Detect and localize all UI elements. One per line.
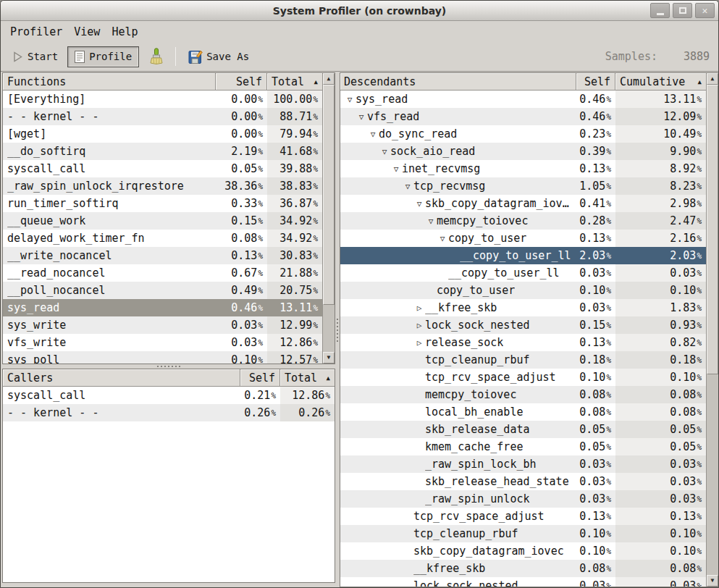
table-row[interactable]: ▽sock_aio_read0.39 %9.90 % (340, 143, 706, 160)
table-row[interactable]: skb_release_data0.05 %0.05 % (340, 421, 706, 438)
percent-sign: % (696, 303, 702, 313)
table-row[interactable]: [Everything]0.00 %100.00 % (3, 91, 322, 108)
menu-view[interactable]: View (68, 23, 106, 41)
table-row[interactable]: ▽skb_copy_datagram_iov…0.41 %2.98 % (340, 195, 706, 212)
descendants-column-header[interactable]: Descendants (340, 73, 576, 91)
scrollbar-trough[interactable] (323, 85, 335, 352)
name-cell: - - kernel - - (3, 108, 216, 125)
table-row[interactable]: syscall_call0.21 %12.86 % (3, 387, 335, 404)
callers-column-header[interactable]: Callers (3, 369, 240, 387)
value-cell: 0.03 % (216, 334, 267, 351)
table-row[interactable]: ▽inet_recvmsg0.13 %8.92 % (340, 160, 706, 177)
scroll-up-button[interactable]: ▲ (707, 73, 718, 85)
table-row[interactable]: __write_nocancel0.13 %30.83 % (3, 247, 322, 264)
table-row[interactable]: tcp_rcv_space_adjust0.13 %0.13 % (340, 508, 706, 525)
table-row[interactable]: ▷__kfree_skb0.03 %1.83 % (340, 299, 706, 316)
expander-open-icon[interactable]: ▽ (390, 165, 402, 173)
table-row[interactable]: sys_poll0.10 %12.57 % (3, 351, 322, 364)
expander-open-icon[interactable]: ▽ (356, 113, 367, 121)
table-row[interactable]: ▽do_sync_read0.23 %10.49 % (340, 125, 706, 143)
table-row[interactable]: ▽vfs_read0.46 %12.09 % (340, 108, 706, 125)
expander-collapsed-icon[interactable]: ▷ (413, 339, 425, 347)
callers-total-column-header[interactable]: Total▲ (280, 369, 335, 387)
reset-brush-button[interactable] (145, 46, 168, 67)
table-row[interactable]: sys_write0.03 %12.99 % (3, 316, 322, 334)
table-row[interactable]: skb_copy_datagram_iovec0.10 %0.10 % (340, 542, 706, 560)
close-button[interactable]: ✕ (695, 3, 715, 18)
name-cell: ▽do_sync_read (340, 125, 576, 143)
table-row[interactable]: tcp_cleanup_rbuf0.18 %0.18 % (340, 351, 706, 369)
table-row[interactable]: lock_sock_nested0.03 %0.03 % (340, 577, 706, 587)
percent-sign: % (270, 391, 276, 400)
functions-total-column-header[interactable]: Total▲ (267, 73, 322, 91)
descendants-pane: Descendants Self Cumulative▲ ▽sys_read0.… (340, 72, 719, 587)
table-row[interactable]: ▽memcpy_toiovec0.28 %2.47 % (340, 212, 706, 230)
table-row[interactable]: sys_read0.46 %13.11 % (3, 299, 322, 316)
table-row[interactable]: ▽copy_to_user0.13 %2.16 % (340, 230, 706, 247)
expander-collapsed-icon[interactable]: ▷ (413, 304, 425, 312)
scroll-down-button[interactable]: ▼ (323, 352, 335, 364)
functions-self-column-header[interactable]: Self (216, 73, 267, 91)
name-cell: __kfree_skb (340, 560, 576, 577)
start-button[interactable]: Start (7, 48, 63, 66)
table-row[interactable]: ▽tcp_recvmsg1.05 %8.23 % (340, 177, 706, 195)
scrollbar-trough[interactable] (707, 85, 718, 575)
scroll-up-button[interactable]: ▲ (323, 73, 335, 85)
table-row[interactable]: copy_to_user0.10 %0.10 % (340, 282, 706, 299)
table-row[interactable]: syscall_call0.05 %39.88 % (3, 160, 322, 177)
functions-column-header[interactable]: Functions (3, 73, 216, 91)
maximize-button[interactable] (673, 3, 692, 18)
table-row[interactable]: __poll_nocancel0.49 %20.75 % (3, 282, 322, 299)
table-row[interactable]: - - kernel - -0.26 %0.26 % (3, 404, 335, 421)
table-row[interactable]: [wget]0.00 %79.94 % (3, 125, 322, 143)
expander-collapsed-icon[interactable]: ▷ (413, 322, 425, 329)
expander-open-icon[interactable]: ▽ (367, 130, 379, 138)
descendants-cumulative-column-header[interactable]: Cumulative▲ (615, 73, 706, 91)
scrollbar-thumb[interactable] (707, 85, 718, 374)
save-as-button[interactable]: Save As (183, 46, 254, 67)
table-row[interactable]: _raw_spin_unlock0.03 %0.03 % (340, 490, 706, 508)
table-row[interactable]: __read_nocancel0.67 %21.88 % (3, 264, 322, 282)
table-row[interactable]: __copy_to_user_ll0.03 %0.03 % (340, 264, 706, 282)
table-row[interactable]: skb_release_head_state0.03 %0.03 % (340, 473, 706, 490)
descendants-self-column-header[interactable]: Self (576, 73, 615, 91)
table-row[interactable]: delayed_work_timer_fn0.08 %34.92 % (3, 230, 322, 247)
table-row[interactable]: _raw_spin_unlock_irqrestore38.36 %38.83 … (3, 177, 322, 195)
table-row[interactable]: __copy_to_user_ll2.03 %2.03 % (340, 247, 706, 264)
scroll-down-button[interactable]: ▼ (707, 575, 718, 587)
value-cell: 0.03 % (576, 264, 615, 282)
expander-open-icon[interactable]: ▽ (437, 235, 448, 243)
minimize-button[interactable] (650, 3, 670, 18)
table-row[interactable]: __kfree_skb0.08 %0.08 % (340, 560, 706, 577)
table-row[interactable]: ▽sys_read0.46 %13.11 % (340, 91, 706, 108)
table-row[interactable]: __do_softirq2.19 %41.68 % (3, 143, 322, 160)
menu-help[interactable]: Help (106, 23, 143, 41)
table-row[interactable]: local_bh_enable0.08 %0.08 % (340, 403, 706, 421)
value-cell: 21.88 % (267, 264, 322, 282)
table-row[interactable]: ▷release_sock0.13 %0.82 % (340, 334, 706, 351)
expander-open-icon[interactable]: ▽ (379, 148, 390, 156)
table-row[interactable]: - - kernel - -0.00 %88.71 % (3, 108, 322, 125)
expander-open-icon[interactable]: ▽ (344, 96, 356, 104)
descendants-scrollbar[interactable]: ▲ ▼ (706, 73, 718, 587)
table-row[interactable]: vfs_write0.03 %12.86 % (3, 334, 322, 351)
expander-open-icon[interactable]: ▽ (402, 182, 413, 190)
expander-open-icon[interactable]: ▽ (413, 200, 425, 208)
table-row[interactable]: _raw_spin_lock_bh0.03 %0.03 % (340, 455, 706, 473)
table-row[interactable]: memcpy_toiovec0.08 %0.08 % (340, 386, 706, 403)
callers-self-column-header[interactable]: Self (240, 369, 280, 387)
table-row[interactable]: ▷lock_sock_nested0.15 %0.93 % (340, 316, 706, 334)
table-row[interactable]: __queue_work0.15 %34.92 % (3, 212, 322, 230)
menu-profiler[interactable]: Profiler (4, 23, 68, 41)
function-name: sys_read (356, 93, 408, 106)
scrollbar-thumb[interactable] (323, 85, 335, 305)
functions-scrollbar[interactable]: ▲ ▼ (322, 73, 335, 364)
titlebar[interactable]: System Profiler (on crownbay) ✕ (1, 1, 718, 21)
expander-open-icon[interactable]: ▽ (425, 217, 437, 225)
save-as-label: Save As (206, 51, 249, 62)
table-row[interactable]: run_timer_softirq0.33 %36.87 % (3, 195, 322, 212)
profile-toggle-button[interactable]: Profile (67, 46, 139, 67)
table-row[interactable]: kmem_cache_free0.05 %0.05 % (340, 438, 706, 455)
table-row[interactable]: tcp_cleanup_rbuf0.10 %0.10 % (340, 525, 706, 542)
table-row[interactable]: tcp_rcv_space_adjust0.10 %0.10 % (340, 369, 706, 386)
